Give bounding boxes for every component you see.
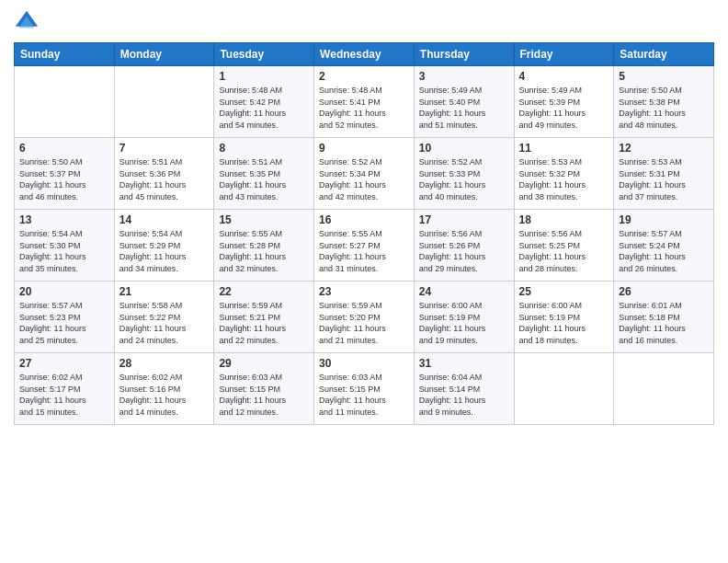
day-number: 5 <box>619 70 709 83</box>
col-saturday: Saturday <box>614 43 714 66</box>
day-number: 12 <box>619 142 709 155</box>
col-wednesday: Wednesday <box>314 43 415 66</box>
calendar-cell: 28Sunrise: 6:02 AM Sunset: 5:16 PM Dayli… <box>114 353 214 425</box>
calendar-cell: 30Sunrise: 6:03 AM Sunset: 5:15 PM Dayli… <box>314 353 415 425</box>
calendar-cell: 3Sunrise: 5:49 AM Sunset: 5:40 PM Daylig… <box>414 66 514 138</box>
calendar-cell <box>15 66 115 138</box>
week-row-5: 27Sunrise: 6:02 AM Sunset: 5:17 PM Dayli… <box>15 353 714 425</box>
day-number: 4 <box>519 70 609 83</box>
day-number: 28 <box>119 357 210 370</box>
day-info: Sunrise: 6:03 AM Sunset: 5:15 PM Dayligh… <box>319 372 409 418</box>
day-number: 9 <box>319 142 409 155</box>
calendar-cell: 1Sunrise: 5:48 AM Sunset: 5:42 PM Daylig… <box>214 66 314 138</box>
logo <box>14 9 43 35</box>
calendar-cell: 17Sunrise: 5:56 AM Sunset: 5:26 PM Dayli… <box>414 210 514 282</box>
day-number: 19 <box>619 213 709 226</box>
day-number: 31 <box>419 357 509 370</box>
week-row-4: 20Sunrise: 5:57 AM Sunset: 5:23 PM Dayli… <box>15 282 714 353</box>
day-info: Sunrise: 5:58 AM Sunset: 5:22 PM Dayligh… <box>119 300 210 346</box>
day-info: Sunrise: 5:52 AM Sunset: 5:33 PM Dayligh… <box>419 156 509 202</box>
header-row: Sunday Monday Tuesday Wednesday Thursday… <box>15 43 714 66</box>
day-number: 23 <box>319 285 409 298</box>
day-number: 11 <box>519 142 609 155</box>
day-info: Sunrise: 5:51 AM Sunset: 5:36 PM Dayligh… <box>119 156 210 202</box>
day-number: 2 <box>319 70 409 83</box>
calendar-cell: 11Sunrise: 5:53 AM Sunset: 5:32 PM Dayli… <box>514 138 614 210</box>
day-info: Sunrise: 6:00 AM Sunset: 5:19 PM Dayligh… <box>419 300 509 346</box>
calendar-cell: 7Sunrise: 5:51 AM Sunset: 5:36 PM Daylig… <box>114 138 214 210</box>
day-number: 7 <box>119 142 210 155</box>
calendar-cell: 2Sunrise: 5:48 AM Sunset: 5:41 PM Daylig… <box>314 66 415 138</box>
calendar-cell: 13Sunrise: 5:54 AM Sunset: 5:30 PM Dayli… <box>15 210 115 282</box>
calendar-cell: 27Sunrise: 6:02 AM Sunset: 5:17 PM Dayli… <box>15 353 115 425</box>
day-info: Sunrise: 5:50 AM Sunset: 5:38 PM Dayligh… <box>619 85 709 131</box>
calendar-cell <box>614 353 714 425</box>
col-tuesday: Tuesday <box>214 43 314 66</box>
calendar-page: Sunday Monday Tuesday Wednesday Thursday… <box>0 0 728 563</box>
day-number: 20 <box>19 285 109 298</box>
day-number: 21 <box>119 285 210 298</box>
day-number: 24 <box>419 285 509 298</box>
day-info: Sunrise: 5:56 AM Sunset: 5:25 PM Dayligh… <box>519 228 609 274</box>
day-number: 30 <box>319 357 409 370</box>
day-info: Sunrise: 5:55 AM Sunset: 5:27 PM Dayligh… <box>319 228 409 274</box>
calendar-cell: 24Sunrise: 6:00 AM Sunset: 5:19 PM Dayli… <box>414 282 514 353</box>
day-number: 14 <box>119 213 210 226</box>
calendar-cell: 12Sunrise: 5:53 AM Sunset: 5:31 PM Dayli… <box>614 138 714 210</box>
day-info: Sunrise: 6:03 AM Sunset: 5:15 PM Dayligh… <box>219 372 309 418</box>
calendar-cell: 26Sunrise: 6:01 AM Sunset: 5:18 PM Dayli… <box>614 282 714 353</box>
logo-icon <box>14 9 40 35</box>
calendar-cell: 20Sunrise: 5:57 AM Sunset: 5:23 PM Dayli… <box>15 282 115 353</box>
week-row-1: 1Sunrise: 5:48 AM Sunset: 5:42 PM Daylig… <box>15 66 714 138</box>
day-info: Sunrise: 5:48 AM Sunset: 5:42 PM Dayligh… <box>219 85 309 131</box>
day-info: Sunrise: 6:00 AM Sunset: 5:19 PM Dayligh… <box>519 300 609 346</box>
day-info: Sunrise: 5:50 AM Sunset: 5:37 PM Dayligh… <box>19 156 109 202</box>
day-number: 15 <box>219 213 309 226</box>
day-info: Sunrise: 5:55 AM Sunset: 5:28 PM Dayligh… <box>219 228 309 274</box>
calendar-cell: 21Sunrise: 5:58 AM Sunset: 5:22 PM Dayli… <box>114 282 214 353</box>
day-info: Sunrise: 6:02 AM Sunset: 5:17 PM Dayligh… <box>19 372 109 418</box>
day-info: Sunrise: 5:51 AM Sunset: 5:35 PM Dayligh… <box>219 156 309 202</box>
calendar-cell <box>114 66 214 138</box>
day-number: 10 <box>419 142 509 155</box>
day-info: Sunrise: 5:57 AM Sunset: 5:24 PM Dayligh… <box>619 228 709 274</box>
day-info: Sunrise: 5:57 AM Sunset: 5:23 PM Dayligh… <box>19 300 109 346</box>
calendar-cell: 19Sunrise: 5:57 AM Sunset: 5:24 PM Dayli… <box>614 210 714 282</box>
calendar-cell: 4Sunrise: 5:49 AM Sunset: 5:39 PM Daylig… <box>514 66 614 138</box>
calendar-cell: 15Sunrise: 5:55 AM Sunset: 5:28 PM Dayli… <box>214 210 314 282</box>
day-number: 22 <box>219 285 309 298</box>
week-row-2: 6Sunrise: 5:50 AM Sunset: 5:37 PM Daylig… <box>15 138 714 210</box>
calendar-cell: 10Sunrise: 5:52 AM Sunset: 5:33 PM Dayli… <box>414 138 514 210</box>
day-info: Sunrise: 5:54 AM Sunset: 5:30 PM Dayligh… <box>19 228 109 274</box>
col-thursday: Thursday <box>414 43 514 66</box>
calendar-cell: 16Sunrise: 5:55 AM Sunset: 5:27 PM Dayli… <box>314 210 415 282</box>
calendar-cell: 22Sunrise: 5:59 AM Sunset: 5:21 PM Dayli… <box>214 282 314 353</box>
day-info: Sunrise: 5:52 AM Sunset: 5:34 PM Dayligh… <box>319 156 409 202</box>
day-info: Sunrise: 5:53 AM Sunset: 5:32 PM Dayligh… <box>519 156 609 202</box>
day-number: 27 <box>19 357 109 370</box>
day-info: Sunrise: 5:54 AM Sunset: 5:29 PM Dayligh… <box>119 228 210 274</box>
day-info: Sunrise: 5:49 AM Sunset: 5:39 PM Dayligh… <box>519 85 609 131</box>
page-header <box>14 9 714 35</box>
day-info: Sunrise: 5:56 AM Sunset: 5:26 PM Dayligh… <box>419 228 509 274</box>
calendar-cell <box>514 353 614 425</box>
day-number: 3 <box>419 70 509 83</box>
calendar-cell: 5Sunrise: 5:50 AM Sunset: 5:38 PM Daylig… <box>614 66 714 138</box>
day-info: Sunrise: 6:01 AM Sunset: 5:18 PM Dayligh… <box>619 300 709 346</box>
calendar-cell: 8Sunrise: 5:51 AM Sunset: 5:35 PM Daylig… <box>214 138 314 210</box>
week-row-3: 13Sunrise: 5:54 AM Sunset: 5:30 PM Dayli… <box>15 210 714 282</box>
calendar-cell: 6Sunrise: 5:50 AM Sunset: 5:37 PM Daylig… <box>15 138 115 210</box>
calendar-cell: 25Sunrise: 6:00 AM Sunset: 5:19 PM Dayli… <box>514 282 614 353</box>
calendar-cell: 31Sunrise: 6:04 AM Sunset: 5:14 PM Dayli… <box>414 353 514 425</box>
day-info: Sunrise: 6:02 AM Sunset: 5:16 PM Dayligh… <box>119 372 210 418</box>
day-info: Sunrise: 5:53 AM Sunset: 5:31 PM Dayligh… <box>619 156 709 202</box>
calendar-cell: 29Sunrise: 6:03 AM Sunset: 5:15 PM Dayli… <box>214 353 314 425</box>
calendar-table: Sunday Monday Tuesday Wednesday Thursday… <box>14 42 714 425</box>
day-info: Sunrise: 5:59 AM Sunset: 5:20 PM Dayligh… <box>319 300 409 346</box>
day-number: 8 <box>219 142 309 155</box>
day-number: 16 <box>319 213 409 226</box>
day-info: Sunrise: 6:04 AM Sunset: 5:14 PM Dayligh… <box>419 372 509 418</box>
calendar-cell: 23Sunrise: 5:59 AM Sunset: 5:20 PM Dayli… <box>314 282 415 353</box>
calendar-cell: 9Sunrise: 5:52 AM Sunset: 5:34 PM Daylig… <box>314 138 415 210</box>
day-number: 29 <box>219 357 309 370</box>
